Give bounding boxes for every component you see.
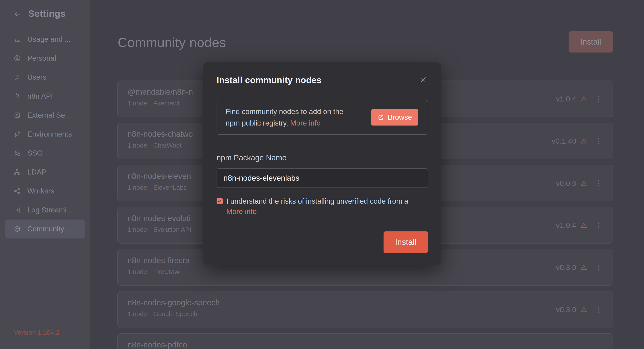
user-circle-icon (14, 55, 21, 62)
kebab-menu-icon[interactable] (597, 306, 600, 313)
package-name: @mendable/n8n-n (128, 87, 193, 97)
package-name-input[interactable] (216, 168, 428, 188)
package-row: n8n-nodes-google-speech 1 node:Google Sp… (117, 291, 613, 328)
sidebar-item-sso[interactable]: SSO (5, 144, 85, 162)
log-in-icon (14, 206, 21, 214)
kebab-menu-icon[interactable] (597, 222, 600, 229)
external-link-icon (378, 114, 384, 121)
risk-checkbox-label[interactable]: I understand the risks of installing unv… (226, 197, 428, 216)
warning-triangle-icon[interactable] (580, 264, 587, 271)
install-community-nodes-modal: Install community nodes Find community n… (203, 62, 441, 265)
close-icon[interactable] (420, 76, 427, 84)
package-name: n8n-nodes-google-speech (128, 298, 220, 307)
user-icon (14, 74, 21, 81)
warning-triangle-icon[interactable] (580, 222, 587, 229)
package-name: n8n-nodes-chatwo (128, 130, 193, 139)
npm-registry-info-box: Find community nodes to add on the npm p… (216, 100, 428, 134)
warning-triangle-icon[interactable] (580, 180, 587, 187)
version-label: Version 1.104.2 (14, 329, 60, 336)
kebab-menu-icon[interactable] (597, 95, 600, 102)
sidebar-item-personal[interactable]: Personal (5, 49, 85, 68)
sidebar-item-environments[interactable]: Environments (5, 125, 85, 144)
sidebar-item-ldap[interactable]: LDAP (5, 162, 85, 182)
package-version: v0.1.40 (552, 137, 576, 146)
package-nodes: 1 node:ElevenLabs (128, 184, 186, 191)
browse-button[interactable]: Browse (371, 109, 418, 126)
warning-triangle-icon[interactable] (580, 95, 587, 102)
sidebar-item-community-nodes[interactable]: Community ... (5, 220, 85, 238)
package-version: v0.3.0 (556, 305, 576, 314)
hierarchy-icon (14, 168, 21, 176)
settings-sidebar: Settings Usage and ... Personal Users n8… (0, 0, 90, 349)
vault-icon (14, 112, 21, 119)
plug-icon (14, 93, 21, 100)
bar-chart-icon (14, 36, 21, 43)
warning-triangle-icon[interactable] (580, 138, 587, 144)
package-nodes: 1 node:Evolution API (128, 226, 191, 234)
package-version: v0.0.6 (556, 179, 576, 188)
sidebar-item-workers[interactable]: Workers (5, 182, 85, 200)
package-nodes: 1 node:FireCrawl (128, 268, 181, 276)
modal-install-button[interactable]: Install (384, 232, 428, 253)
package-version: v1.0.4 (556, 221, 576, 230)
package-name: n8n-nodes-pdfco (128, 340, 187, 349)
sidebar-item-users[interactable]: Users (5, 68, 85, 87)
sidebar-item-external-secrets[interactable]: External Se... (5, 106, 85, 125)
sidebar-title: Settings (28, 8, 66, 19)
kebab-menu-icon[interactable] (597, 137, 600, 145)
sidebar-item-log-streaming[interactable]: Log Streami... (5, 200, 85, 220)
sidebar-item-n8n-api[interactable]: n8n API (5, 87, 85, 106)
package-version: v1.0.4 (556, 95, 576, 103)
package-name: n8n-nodes-eleven (128, 172, 191, 181)
sidebar-item-usage[interactable]: Usage and ... (5, 30, 85, 49)
npm-registry-info-text: Find community nodes to add on the npm p… (226, 106, 344, 129)
more-info-link[interactable]: More info (290, 119, 321, 127)
package-name-label: npm Package Name (216, 153, 428, 162)
git-branch-icon (14, 130, 21, 138)
package-nodes: 1 node:ChatWoot (128, 142, 182, 149)
package-row: n8n-nodes-pdfco (117, 333, 613, 349)
package-version: v0.3.0 (556, 263, 576, 272)
package-name: n8n-nodes-evoluti (128, 214, 190, 223)
kebab-menu-icon[interactable] (597, 264, 600, 271)
warning-triangle-icon[interactable] (580, 306, 587, 313)
user-lock-icon (14, 150, 21, 157)
package-nodes: 1 node:Firecrawl (128, 100, 179, 107)
page-title: Community nodes (118, 35, 226, 50)
sidebar-nav: Usage and ... Personal Users n8n API Ext… (0, 30, 90, 238)
risk-checkbox[interactable] (216, 198, 223, 204)
risk-more-info-link[interactable]: More info (226, 207, 257, 216)
kebab-menu-icon[interactable] (597, 179, 600, 187)
share-nodes-icon (14, 188, 21, 194)
modal-title: Install community nodes (216, 75, 322, 85)
sidebar-header: Settings (0, 8, 90, 22)
package-name: n8n-nodes-firecra (128, 256, 190, 265)
package-nodes: 1 node:Google Speech (128, 310, 198, 318)
back-arrow-icon[interactable] (14, 10, 22, 18)
install-button-header[interactable]: Install (568, 31, 613, 52)
package-icon (14, 226, 21, 232)
